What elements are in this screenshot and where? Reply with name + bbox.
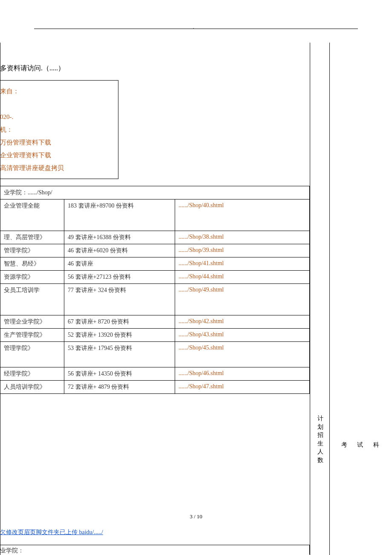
course-link-cell[interactable]: ....../Shop/39.shtml bbox=[175, 244, 310, 257]
table-row: 生产管理学院》52 套讲座+ 13920 份资料....../Shop/43.s… bbox=[0, 329, 310, 342]
promo-line: 高清管理讲座硬盘拷贝 bbox=[0, 162, 115, 174]
course-name-cell: 智慧、易经》 bbox=[0, 257, 64, 271]
course-link-cell[interactable]: ....../Shop/40.shtml bbox=[175, 199, 310, 231]
table-row: 经理学院》56 套讲座+ 14350 份资料....../Shop/46.sht… bbox=[0, 367, 310, 381]
promo-line: 来自： bbox=[0, 85, 115, 98]
course-name-cell: 资源学院》 bbox=[0, 271, 64, 284]
course-link-cell[interactable]: ....../Shop/43.shtml bbox=[175, 329, 310, 342]
course-count-cell: 46 套讲座+6020 份资料 bbox=[64, 244, 175, 257]
course-link-cell[interactable]: ....../Shop/41.shtml bbox=[175, 257, 310, 271]
page-title: 多资料请访问.（.....） bbox=[0, 64, 98, 73]
course-link-cell[interactable]: ....../Shop/49.shtml bbox=[175, 284, 310, 315]
course-count-cell: 49 套讲座+16388 份资料 bbox=[64, 231, 175, 244]
course-name-cell: 生产管理学院》 bbox=[0, 329, 64, 342]
course-name-cell: 人员培训学院》 bbox=[0, 381, 64, 394]
course-name-cell: 管理企业学院》 bbox=[0, 315, 64, 329]
divider-vertical bbox=[310, 43, 310, 555]
course-count-cell: 52 套讲座+ 13920 份资料 bbox=[64, 329, 175, 342]
course-name-cell: 理、高层管理》 bbox=[0, 231, 64, 244]
table-row: 企业管理全能183 套讲座+89700 份资料....../Shop/40.sh… bbox=[0, 199, 310, 231]
course-link-cell[interactable]: ....../Shop/47.shtml bbox=[175, 381, 310, 394]
column-label-plan: 计划招生人数 bbox=[317, 414, 324, 465]
course-link-cell[interactable]: ....../Shop/38.shtml bbox=[175, 231, 310, 244]
header-rule bbox=[34, 29, 358, 29]
table-row: 人员培训学院》72 套讲座+ 4879 份资料....../Shop/47.sh… bbox=[0, 381, 310, 394]
course-name-cell: 管理学院》 bbox=[0, 244, 64, 257]
course-link-cell[interactable]: ....../Shop/42.shtml bbox=[175, 315, 310, 329]
table-row: 殳员工培训学77 套讲座+ 324 份资料....../Shop/49.shtm… bbox=[0, 284, 310, 315]
promo-line: 020-. bbox=[0, 110, 115, 123]
course-count-cell: 67 套讲座+ 8720 份资料 bbox=[64, 315, 175, 329]
course-count-cell: 72 套讲座+ 4879 份资料 bbox=[64, 381, 175, 394]
course-count-cell: 53 套讲座+ 17945 份资料 bbox=[64, 342, 175, 367]
table-row: 管理学院》46 套讲座+6020 份资料....../Shop/39.shtml bbox=[0, 244, 310, 257]
course-link-cell[interactable]: ....../Shop/44.shtml bbox=[175, 271, 310, 284]
course-name-cell: 殳员工培训学 bbox=[0, 284, 64, 315]
divider-vertical bbox=[329, 43, 330, 555]
header-dot: . bbox=[193, 25, 194, 29]
course-count-cell: 56 套讲座+27123 份资料 bbox=[64, 271, 175, 284]
table-row: 理、高层管理》49 套讲座+16388 份资料....../Shop/38.sh… bbox=[0, 231, 310, 244]
column-label-exam: 考 试 科 bbox=[337, 441, 388, 449]
table-header: 业学院：....../Shop/ bbox=[0, 186, 310, 199]
table-row: 管理企业学院》67 套讲座+ 8720 份资料....../Shop/42.sh… bbox=[0, 315, 310, 329]
promo-line: 万份管理资料下载 bbox=[0, 136, 115, 149]
footer-link[interactable]: 欠修改页眉页脚文件夹已上传 baidu/...../ bbox=[0, 529, 103, 536]
course-name-cell: 经理学院》 bbox=[0, 367, 64, 381]
course-name-cell: 管理学院》 bbox=[0, 342, 64, 367]
course-name-cell: 企业管理全能 bbox=[0, 199, 64, 231]
page-number: 3 / 10 bbox=[0, 513, 392, 520]
course-count-cell: 56 套讲座+ 14350 份资料 bbox=[64, 367, 175, 381]
table-row: 智慧、易经》46 套讲座....../Shop/41.shtml bbox=[0, 257, 310, 271]
course-count-cell: 77 套讲座+ 324 份资料 bbox=[64, 284, 175, 315]
course-table: 业学院：....../Shop/ 企业管理全能183 套讲座+89700 份资料… bbox=[0, 186, 310, 394]
table-row: 管理学院》53 套讲座+ 17945 份资料....../Shop/45.sht… bbox=[0, 342, 310, 367]
promo-box: 来自： 020-. 机： 万份管理资料下载 企业管理资料下载 高清管理讲座硬盘拷… bbox=[0, 80, 118, 179]
course-table-2-header: 业学院： bbox=[0, 545, 310, 555]
promo-line: 机： bbox=[0, 123, 115, 136]
course-count-cell: 183 套讲座+89700 份资料 bbox=[64, 199, 175, 231]
course-link-cell[interactable]: ....../Shop/46.shtml bbox=[175, 367, 310, 381]
table-row: 资源学院》56 套讲座+27123 份资料....../Shop/44.shtm… bbox=[0, 271, 310, 284]
promo-line: 企业管理资料下载 bbox=[0, 149, 115, 162]
course-link-cell[interactable]: ....../Shop/45.shtml bbox=[175, 342, 310, 367]
course-count-cell: 46 套讲座 bbox=[64, 257, 175, 271]
